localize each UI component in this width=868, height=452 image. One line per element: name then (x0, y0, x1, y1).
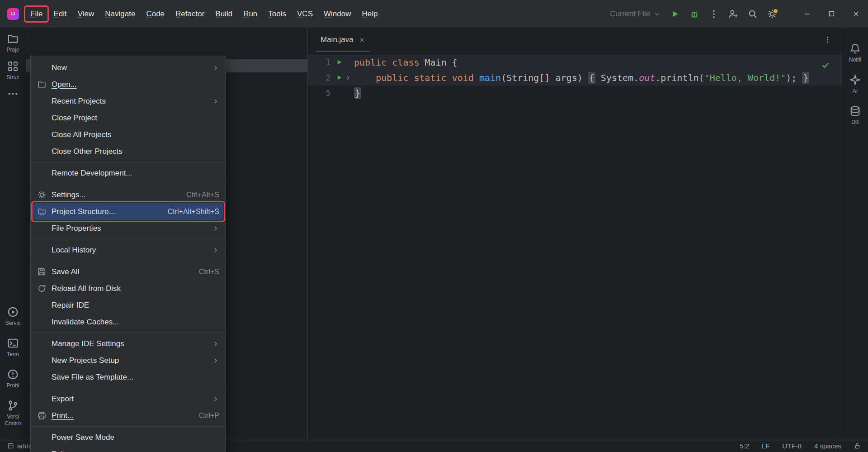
menu-item-label: Reload All from Disk (52, 284, 121, 293)
titlebar-actions: Current File (610, 0, 868, 28)
encoding-widget[interactable]: UTF-8 (782, 442, 802, 450)
menu-icon-spacer (36, 317, 47, 328)
menu-separator (31, 184, 226, 184)
chevron-right-icon (212, 357, 219, 364)
menubar-item-tools[interactable]: Tools (263, 6, 291, 22)
menu-item-export[interactable]: Export (31, 390, 226, 407)
menubar-item-window[interactable]: Window (319, 6, 356, 22)
menu-item-close-project[interactable]: Close Project (31, 109, 226, 126)
run-gutter-icon[interactable] (333, 59, 345, 66)
menu-item-label: Settings... (52, 190, 86, 200)
mnemonic-letter: H (362, 10, 367, 18)
minimize-button[interactable] (795, 0, 819, 28)
debug-button[interactable] (689, 9, 699, 19)
menu-item-shortcut: Ctrl+Alt+Shift+S (168, 208, 219, 216)
code-line[interactable]: 2 public static void main(String[] args)… (308, 70, 842, 86)
code-line[interactable]: 5} (308, 86, 842, 101)
menu-item-power-save-mode[interactable]: Power Save Mode (31, 429, 226, 446)
menubar-item-build[interactable]: Build (210, 6, 237, 22)
menu-item-reload-all-from-disk[interactable]: Reload All from Disk (31, 280, 226, 297)
tool-stripe-ai-assistant[interactable]: AI (842, 74, 868, 95)
menu-item-file-properties[interactable]: File Properties (31, 220, 226, 237)
menu-item-print[interactable]: Print...Ctrl+P (31, 407, 226, 424)
menu-item-close-all-projects[interactable]: Close All Projects (31, 126, 226, 143)
menu-item-settings[interactable]: Settings...Ctrl+Alt+S (31, 186, 226, 203)
tool-stripe-database[interactable]: DB (842, 105, 868, 126)
menu-item-save-all[interactable]: Save AllCtrl+S (31, 263, 226, 280)
fold-spacer (345, 59, 353, 66)
menu-item-invalidate-caches[interactable]: Invalidate Caches... (31, 314, 226, 330)
menu-item-repair-ide[interactable]: Repair IDE (31, 297, 226, 314)
inspections-check-icon[interactable] (821, 61, 830, 70)
menu-icon-spacer (36, 113, 47, 124)
menubar-item-refactor[interactable]: Refactor (170, 6, 209, 22)
menu-item-project-structure[interactable]: Project Structure...Ctrl+Alt+Shift+S (33, 203, 223, 220)
run-button[interactable] (670, 9, 680, 19)
mnemonic-letter: W (324, 10, 331, 18)
save-icon (36, 266, 47, 277)
code-with-me-button[interactable] (728, 9, 738, 19)
more-actions-button[interactable] (709, 9, 719, 19)
maximize-icon (828, 10, 835, 18)
line-separator-widget[interactable]: LF (762, 442, 770, 450)
line-number: 1 (308, 58, 330, 67)
tool-stripe-structure[interactable]: Struc (0, 61, 26, 81)
menu-item-label: Power Save Mode (52, 433, 114, 442)
menu-separator (31, 333, 226, 333)
tool-stripe-notifications[interactable]: Notifi (842, 43, 868, 63)
maximize-button[interactable] (819, 0, 844, 28)
code-area[interactable]: 1public class Main {2 public static void… (308, 52, 842, 101)
tool-stripe-label: AI (853, 88, 858, 95)
menubar-item-code[interactable]: Code (141, 6, 170, 22)
menubar-item-edit[interactable]: Edit (48, 6, 71, 22)
mnemonic-letter: R (175, 10, 181, 18)
tool-stripe-terminal[interactable]: Term (0, 338, 26, 358)
caret-position-widget[interactable]: 5:2 (740, 442, 749, 450)
menu-item-recent-projects[interactable]: Recent Projects (31, 93, 226, 109)
tool-stripe-version-control[interactable]: Versi Contro (0, 400, 26, 427)
tool-stripe-problems[interactable]: Probl (0, 369, 26, 389)
menu-item-label: Close All Projects (52, 130, 111, 139)
gutter-spacer (333, 90, 345, 97)
run-configuration-selector[interactable]: Current File (610, 10, 660, 19)
fold-spacer (345, 90, 353, 97)
menu-item-exit[interactable]: Exit (31, 446, 226, 452)
tool-stripe-more-tool-windows[interactable] (0, 88, 26, 100)
left-stripe-top: ProjeStruc (0, 33, 26, 100)
close-button[interactable] (844, 0, 868, 28)
settings-button[interactable] (767, 9, 777, 19)
menu-item-save-file-as-template[interactable]: Save File as Template... (31, 369, 226, 385)
menubar-item-navigate[interactable]: Navigate (100, 6, 140, 22)
menubar-item-view[interactable]: View (73, 6, 99, 22)
tool-stripe-project[interactable]: Proje (0, 33, 26, 53)
menubar-item-run[interactable]: Run (238, 6, 262, 22)
menu-item-new-projects-setup[interactable]: New Projects Setup (31, 352, 226, 369)
menu-item-shortcut: Ctrl+Alt+S (186, 191, 219, 199)
menu-item-new[interactable]: New (31, 59, 226, 76)
menubar-item-vcs[interactable]: VCS (292, 6, 318, 22)
tool-stripe-services[interactable]: Servic (0, 306, 26, 327)
menu-item-local-history[interactable]: Local History (31, 242, 226, 258)
menu-item-manage-ide-settings[interactable]: Manage IDE Settings (31, 335, 226, 352)
menu-item-close-other-projects[interactable]: Close Other Projects (31, 143, 226, 160)
services-icon (7, 306, 19, 318)
search-everywhere-button[interactable] (748, 9, 758, 19)
menubar-item-help[interactable]: Help (357, 6, 382, 22)
lock-open-icon[interactable] (854, 442, 861, 449)
editor-options-icon[interactable] (824, 36, 832, 44)
run-gutter-icon[interactable] (333, 74, 345, 81)
menu-item-open[interactable]: Open... (31, 76, 226, 93)
mnemonic-letter: B (215, 10, 220, 18)
menubar-item-file[interactable]: File (25, 6, 47, 22)
fold-indicator-icon[interactable] (345, 75, 353, 81)
mnemonic-letter: T (268, 10, 272, 18)
left-stripe-bottom: ServicTermProblVersi Contro (0, 306, 26, 427)
menu-icon-spacer (36, 300, 47, 311)
indent-widget[interactable]: 4 spaces (814, 442, 841, 450)
editor-tab-main-java[interactable]: Main.java (314, 28, 372, 52)
code-line[interactable]: 1public class Main { (308, 55, 842, 70)
menu-separator (31, 426, 226, 427)
close-tab-icon[interactable] (359, 37, 365, 43)
menu-icon-spacer (36, 168, 47, 179)
menu-item-remote-development[interactable]: Remote Development... (31, 165, 226, 181)
